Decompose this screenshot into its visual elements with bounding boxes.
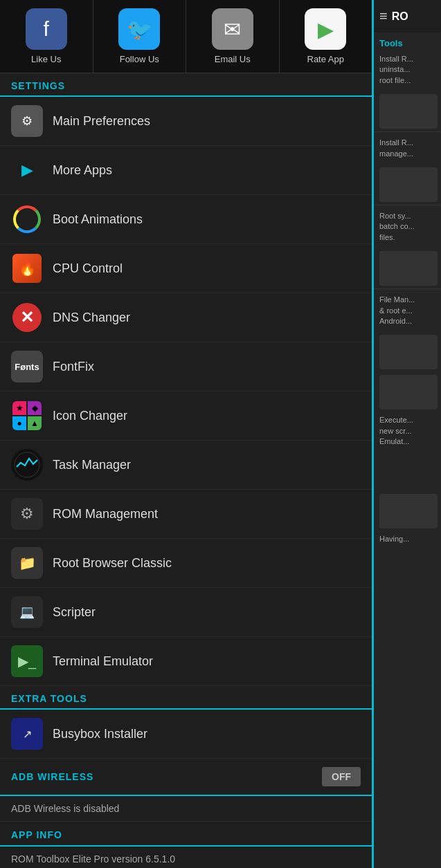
adb-wireless-header: ADB WIRELESS — [11, 771, 93, 782]
facebook-icon: f — [26, 8, 67, 50]
follow-us-button[interactable]: 🐦 Follow Us — [93, 0, 187, 73]
icon-changer-item[interactable]: ★ ◆ ● ▲ Icon Changer — [0, 391, 372, 441]
right-panel-header: ≡ RO — [374, 0, 441, 33]
scripter-label: Scripter — [53, 605, 96, 620]
main-preferences-label: Main Preferences — [53, 114, 150, 129]
more-apps-item[interactable]: ▶ More Apps — [0, 146, 372, 195]
more-apps-label: More Apps — [53, 163, 112, 178]
right-divider-1 — [374, 131, 441, 132]
like-us-button[interactable]: f Like Us — [0, 0, 93, 73]
terminal-emulator-label: Terminal Emulator — [53, 654, 153, 669]
busybox-installer-item[interactable]: ↗ Busybox Installer — [0, 710, 372, 759]
right-tool-desc-4: File Man...& root e...Android... — [374, 292, 441, 332]
cpu-control-item[interactable]: 🔥 CPU Control — [0, 244, 372, 293]
boot-animations-item[interactable]: Boot Animations — [0, 195, 372, 244]
scripter-item[interactable]: 💻 Scripter — [0, 588, 372, 637]
right-thumb-4 — [379, 335, 438, 369]
email-us-button[interactable]: ✉ Email Us — [186, 0, 280, 73]
scripter-icon: 💻 — [11, 596, 43, 628]
app-info-header: APP INFO — [11, 829, 62, 840]
fontfix-item[interactable]: Fønts FontFix — [0, 342, 372, 391]
email-icon: ✉ — [212, 8, 253, 50]
right-thumb-2 — [379, 167, 438, 202]
dns-changer-item[interactable]: ✕ DNS Changer — [0, 293, 372, 342]
hamburger-icon[interactable]: ≡ — [379, 8, 388, 24]
extra-tools-header: EXTRA TOOLS — [0, 686, 372, 710]
task-manager-icon — [11, 449, 43, 481]
right-divider-2 — [374, 205, 441, 205]
more-apps-icon: ▶ — [11, 154, 43, 186]
right-panel-title: RO — [392, 10, 408, 23]
rate-app-label: Rate App — [307, 54, 345, 64]
right-tool-desc-1: Install R...uninsta...root file... — [374, 51, 441, 91]
cpu-control-icon: 🔥 — [11, 252, 43, 284]
rom-management-item[interactable]: ⚙ ROM Management — [0, 490, 372, 539]
adb-wireless-section: ADB WIRELESS OFF — [0, 759, 372, 796]
adb-wireless-toggle[interactable]: OFF — [322, 767, 361, 786]
boot-animations-icon — [11, 203, 43, 235]
main-preferences-item[interactable]: ⚙ Main Preferences — [0, 97, 372, 146]
terminal-emulator-icon: ▶_ — [11, 645, 43, 677]
root-browser-label: Root Browser Classic — [53, 556, 172, 571]
icon-changer-label: Icon Changer — [53, 409, 127, 423]
busybox-installer-label: Busybox Installer — [53, 727, 147, 741]
root-browser-item[interactable]: 📁 Root Browser Classic — [0, 539, 372, 588]
dns-changer-icon: ✕ — [11, 302, 43, 333]
icon-changer-icon: ★ ◆ ● ▲ — [11, 400, 43, 432]
app-version-text: ROM Toolbox Elite Pro version 6.5.1.0 — [0, 847, 372, 868]
social-bar: f Like Us 🐦 Follow Us ✉ Email Us ▶ Rate … — [0, 0, 372, 73]
right-tool-desc-3: Root sy...batch co...files. — [374, 208, 441, 248]
like-us-label: Like Us — [31, 54, 61, 64]
cpu-control-label: CPU Control — [53, 261, 123, 276]
right-thumb-1 — [379, 94, 438, 129]
settings-header: SETTINGS — [0, 73, 372, 97]
rom-management-icon: ⚙ — [11, 498, 43, 530]
dns-changer-label: DNS Changer — [53, 311, 130, 325]
follow-us-label: Follow Us — [120, 54, 159, 64]
twitter-icon: 🐦 — [118, 8, 160, 50]
adb-wireless-status: ADB Wireless is disabled — [0, 796, 372, 822]
email-us-label: Email Us — [215, 54, 251, 64]
right-tool-desc-2: Install R...manage... — [374, 135, 441, 165]
task-manager-label: Task Manager — [53, 458, 131, 472]
rate-icon: ▶ — [305, 8, 346, 50]
right-thumb-6 — [379, 494, 438, 528]
left-panel: f Like Us 🐦 Follow Us ✉ Email Us ▶ Rate … — [0, 0, 372, 868]
right-thumb-5 — [379, 375, 438, 409]
terminal-emulator-item[interactable]: ▶_ Terminal Emulator — [0, 637, 372, 686]
right-tool-desc-6: Having... — [374, 531, 441, 550]
app-info-section: APP INFO — [0, 822, 372, 847]
right-panel: ≡ RO Tools Install R...uninsta...root fi… — [372, 0, 441, 868]
rate-app-button[interactable]: ▶ Rate App — [280, 0, 372, 73]
fontfix-label: FontFix — [53, 360, 94, 374]
fontfix-icon: Fønts — [11, 351, 43, 382]
boot-animations-label: Boot Animations — [53, 212, 143, 227]
busybox-icon: ↗ — [11, 718, 43, 750]
task-manager-item[interactable]: Task Manager — [0, 441, 372, 490]
root-browser-icon: 📁 — [11, 547, 43, 579]
right-divider-3 — [374, 288, 441, 289]
main-preferences-icon: ⚙ — [11, 105, 43, 137]
right-thumb-3 — [379, 251, 438, 286]
right-tools-label: Tools — [374, 33, 441, 51]
rom-management-label: ROM Management — [53, 507, 158, 521]
right-tool-desc-5: Execute...new scr...Emulat... — [374, 412, 441, 452]
